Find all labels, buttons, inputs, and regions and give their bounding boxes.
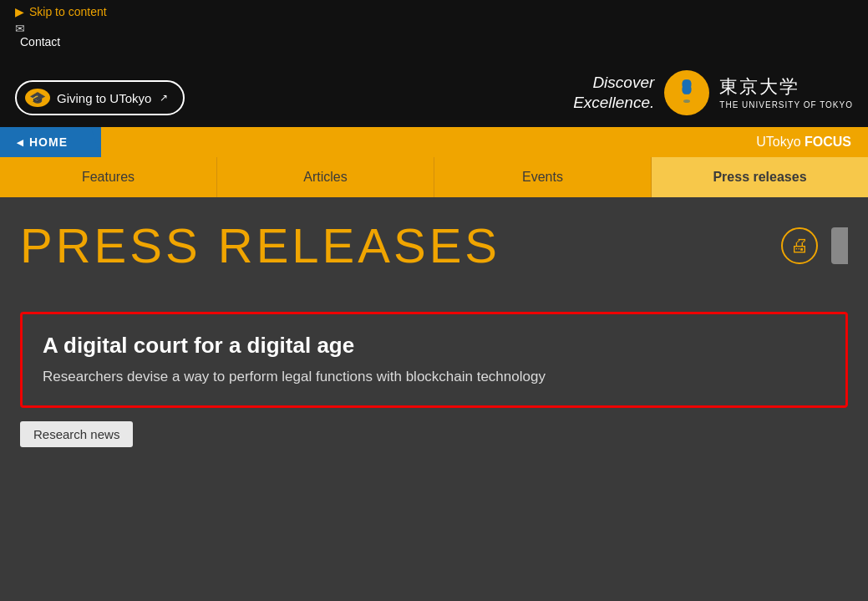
side-handle — [831, 227, 848, 264]
contact-row: ✉ Contact — [15, 22, 853, 48]
utokyo-logo-circle — [664, 70, 709, 115]
giving-button-area: 🎓 Giving to UTokyo ↗ — [15, 80, 185, 115]
university-logo: Discover Excellence. 東京大学 THE UNIVERSITY… — [573, 62, 853, 115]
printer-icon: 🖨 — [790, 235, 809, 257]
article-subtitle: Researchers devise a way to perform lega… — [43, 367, 825, 387]
print-button[interactable]: 🖨 — [781, 227, 818, 264]
article-title: A digital court for a digital age — [43, 333, 825, 359]
page-heading: PRESS RELEASES 🖨 — [0, 197, 868, 288]
university-name-text: 東京大学 THE UNIVERSITY OF TOKYO — [719, 75, 853, 110]
nav-bar: ◀ HOME UTokyo FOCUS — [0, 127, 868, 157]
research-news-tag[interactable]: Research news — [20, 421, 133, 447]
giving-icon: 🎓 — [25, 89, 50, 107]
contact-link[interactable]: Contact — [20, 35, 853, 48]
arrow-icon: ▶ — [15, 5, 24, 18]
home-nav-link[interactable]: ◀ HOME — [0, 127, 101, 157]
tab-navigation: Features Articles Events Press releases — [0, 157, 868, 197]
discover-excellence-text: Discover Excellence. — [573, 73, 654, 113]
tab-features[interactable]: Features — [0, 157, 217, 197]
mail-icon: ✉ — [15, 22, 25, 35]
tab-press-releases[interactable]: Press releases — [652, 157, 868, 197]
tab-articles[interactable]: Articles — [217, 157, 434, 197]
external-link-icon: ↗ — [160, 92, 168, 104]
giving-label: Giving to UTokyo — [57, 91, 151, 105]
svg-point-4 — [683, 99, 690, 103]
utokyo-focus-label: UTokyo FOCUS — [101, 127, 868, 157]
skip-to-content-link[interactable]: ▶ Skip to content — [15, 5, 853, 18]
tab-events[interactable]: Events — [434, 157, 652, 197]
page-title: PRESS RELEASES — [20, 217, 500, 273]
top-bar: ▶ Skip to content ✉ Contact — [0, 0, 868, 55]
featured-article-card[interactable]: A digital court for a digital age Resear… — [20, 312, 848, 408]
tag-row: Research news — [20, 421, 848, 447]
giving-button[interactable]: 🎓 Giving to UTokyo ↗ — [15, 80, 185, 115]
left-arrow-icon: ◀ — [17, 138, 24, 147]
page-actions: 🖨 — [781, 227, 848, 264]
